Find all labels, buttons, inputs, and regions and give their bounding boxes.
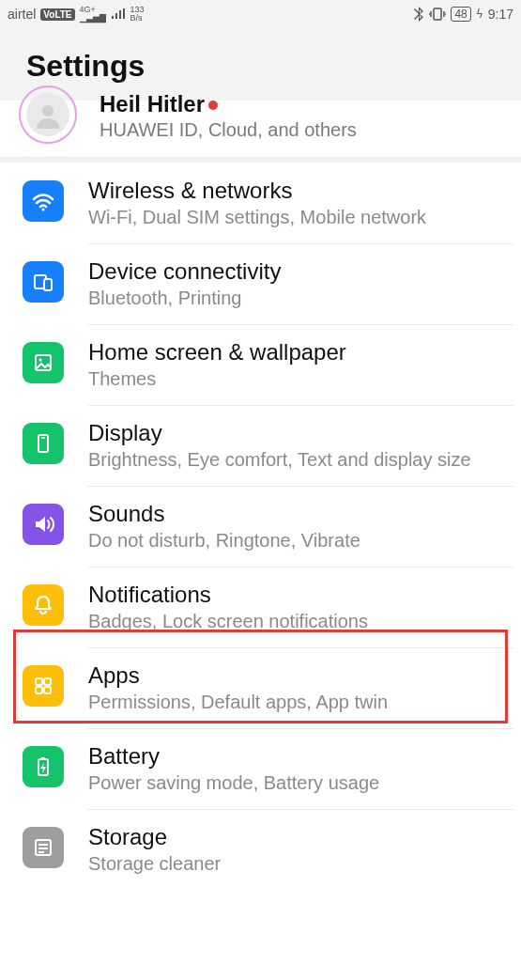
notification-dot-icon (208, 101, 218, 110)
item-sub: Storage cleaner (88, 853, 502, 875)
account-text: Heil Hitler HUAWEI ID, Cloud, and others (100, 91, 502, 141)
storage-icon (23, 827, 64, 868)
battery-charging-icon: ϟ (476, 8, 483, 21)
item-sub: Wi-Fi, Dual SIM settings, Mobile network (88, 207, 502, 228)
svg-point-1 (42, 105, 54, 117)
item-title: Notifications (88, 582, 502, 608)
volte-badge: VoLTE (40, 8, 74, 21)
signal-icon (111, 8, 126, 20)
item-notifications[interactable]: Notifications Badges, Lock screen notifi… (0, 567, 521, 647)
network-indicator: 4G+ ▁▃▅▇ (80, 6, 106, 23)
display-icon (23, 423, 64, 464)
svg-rect-9 (36, 678, 42, 685)
svg-rect-0 (434, 8, 441, 20)
item-storage[interactable]: Storage Storage cleaner (0, 809, 521, 890)
item-device-connectivity[interactable]: Device connectivity Bluetooth, Printing (0, 243, 521, 324)
item-wireless[interactable]: Wireless & networks Wi-Fi, Dual SIM sett… (0, 163, 521, 243)
account-name: Heil Hitler (100, 91, 502, 117)
item-sub: Badges, Lock screen notifications (88, 611, 502, 632)
avatar-placeholder-icon (26, 93, 69, 136)
svg-rect-14 (41, 757, 45, 760)
item-sub: Bluetooth, Printing (88, 288, 502, 309)
status-left: airtel VoLTE 4G+ ▁▃▅▇ 133 B/s (8, 6, 145, 23)
svg-rect-10 (44, 678, 51, 685)
item-battery[interactable]: Battery Power saving mode, Battery usage (0, 728, 521, 809)
data-rate: 133 B/s (130, 6, 145, 23)
item-title: Apps (88, 662, 502, 689)
battery-level: 48 (451, 7, 470, 22)
item-home-wallpaper[interactable]: Home screen & wallpaper Themes (0, 324, 521, 405)
svg-rect-11 (36, 687, 42, 693)
account-row[interactable]: Heil Hitler HUAWEI ID, Cloud, and others (0, 101, 521, 163)
item-title: Storage (88, 824, 502, 850)
status-bar: airtel VoLTE 4G+ ▁▃▅▇ 133 B/s 48 ϟ 9:17 (0, 0, 521, 28)
sound-icon (23, 504, 64, 545)
svg-point-2 (42, 209, 45, 211)
item-sub: Themes (88, 368, 502, 390)
status-right: 48 ϟ 9:17 (413, 7, 513, 22)
svg-point-6 (39, 359, 42, 362)
settings-list: Wireless & networks Wi-Fi, Dual SIM sett… (0, 163, 521, 890)
carrier-label: airtel (8, 7, 36, 22)
item-title: Sounds (88, 501, 502, 527)
bluetooth-icon (413, 7, 424, 22)
avatar (19, 86, 77, 144)
apps-icon (23, 665, 64, 707)
vibrate-icon (429, 7, 446, 22)
battery-icon (23, 746, 64, 787)
page-title: Settings (26, 49, 495, 84)
item-title: Wireless & networks (88, 178, 502, 204)
item-title: Home screen & wallpaper (88, 339, 502, 366)
page-header: Settings (0, 28, 521, 101)
wifi-icon (23, 180, 64, 222)
item-title: Device connectivity (88, 258, 502, 285)
wallpaper-icon (23, 342, 64, 383)
item-sounds[interactable]: Sounds Do not disturb, Ringtone, Vibrate (0, 486, 521, 567)
item-sub: Brightness, Eye comfort, Text and displa… (88, 449, 502, 471)
bell-icon (23, 584, 64, 626)
svg-rect-4 (44, 279, 52, 290)
item-title: Battery (88, 743, 502, 770)
account-sub: HUAWEI ID, Cloud, and others (100, 119, 502, 141)
item-sub: Permissions, Default apps, App twin (88, 692, 502, 713)
item-title: Display (88, 420, 502, 446)
item-sub: Power saving mode, Battery usage (88, 772, 502, 794)
devices-icon (23, 261, 64, 303)
clock: 9:17 (488, 7, 513, 22)
item-sub: Do not disturb, Ringtone, Vibrate (88, 530, 502, 552)
item-display[interactable]: Display Brightness, Eye comfort, Text an… (0, 405, 521, 486)
item-apps[interactable]: Apps Permissions, Default apps, App twin (0, 647, 521, 728)
svg-rect-12 (44, 687, 51, 693)
